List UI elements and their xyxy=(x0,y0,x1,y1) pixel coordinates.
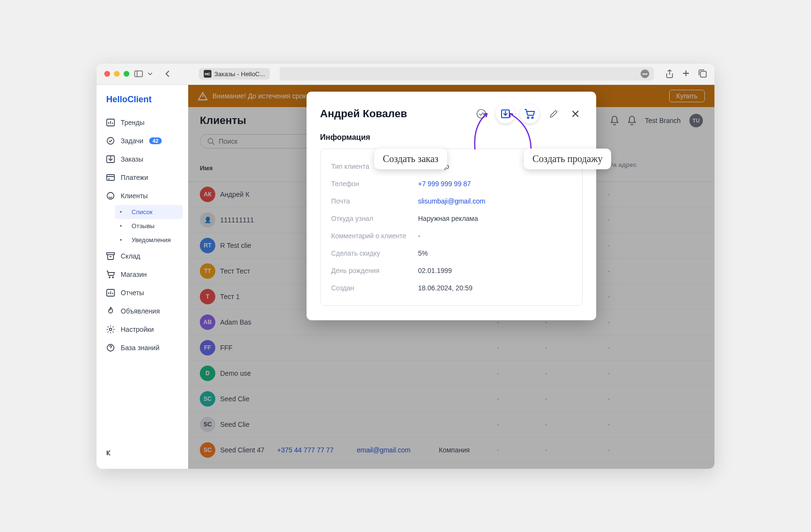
share-icon[interactable] xyxy=(666,69,673,78)
client-detail-modal: Андрей Ковалев xyxy=(307,92,596,320)
sidebar-item-label: Тренды xyxy=(121,119,144,126)
chart-icon xyxy=(106,288,115,297)
info-label: Откуда узнал xyxy=(331,215,418,222)
info-row: Создан18.06.2024, 20:59 xyxy=(331,279,572,297)
info-row: День рождения02.01.1999 xyxy=(331,262,572,279)
svg-point-21 xyxy=(532,117,533,118)
info-card: Тип клиентаФиз. лицоТелефон+7 999 999 99… xyxy=(320,149,583,306)
inbox-icon xyxy=(106,155,115,164)
info-row: Комментарий о клиенте- xyxy=(331,227,572,245)
approve-button[interactable] xyxy=(472,104,491,123)
create-order-tooltip: Создать заказ xyxy=(374,149,447,169)
sidebar-item-Магазин[interactable]: Магазин xyxy=(101,265,183,284)
svg-rect-6 xyxy=(107,175,114,180)
info-value[interactable]: +7 999 999 99 87 xyxy=(418,180,572,188)
modal-title: Андрей Ковалев xyxy=(320,108,407,120)
card-icon xyxy=(106,173,115,182)
info-value: 5% xyxy=(418,249,572,257)
sidebar-item-label: Настройки xyxy=(121,326,154,333)
info-label: Комментарий о клиенте xyxy=(331,232,418,240)
create-sale-button[interactable] xyxy=(520,104,539,123)
browser-tab[interactable]: HC Заказы - HelloC... xyxy=(199,68,270,80)
info-label: Телефон xyxy=(331,180,418,188)
sidebar-item-label: Заказы xyxy=(121,155,143,163)
sidebar-item-label: Задачи xyxy=(121,137,143,145)
sidebar-item-Клиенты[interactable]: Клиенты xyxy=(101,187,183,205)
sidebar-item-Платежи[interactable]: Платежи xyxy=(101,168,183,187)
sidebar-toggle-icon[interactable] xyxy=(134,70,143,77)
sidebar-subitem-Отзывы[interactable]: Отзывы xyxy=(115,219,183,233)
info-row: Почтаslisumbaji@gmail.com xyxy=(331,192,572,210)
svg-point-18 xyxy=(477,109,486,118)
minimize-window-icon[interactable] xyxy=(114,71,120,77)
favicon-icon: HC xyxy=(204,70,211,78)
sidebar-item-База знаний[interactable]: База знаний xyxy=(101,339,183,357)
edit-button[interactable] xyxy=(544,104,563,123)
help-icon xyxy=(106,343,115,352)
sidebar-item-Задачи[interactable]: Задачи42 xyxy=(101,132,183,150)
collapse-sidebar-button[interactable] xyxy=(101,445,183,461)
close-window-icon[interactable] xyxy=(104,71,110,77)
svg-point-9 xyxy=(109,277,110,278)
svg-rect-2 xyxy=(700,71,706,77)
brand-logo[interactable]: HelloClient xyxy=(101,93,183,113)
svg-point-10 xyxy=(112,277,113,278)
info-label: Создан xyxy=(331,284,418,292)
sidebar-item-Тренды[interactable]: Тренды xyxy=(101,113,183,132)
sidebar-subitem-Уведомления[interactable]: Уведомления xyxy=(115,233,183,247)
check-icon xyxy=(106,136,115,145)
sidebar-item-label: Платежи xyxy=(121,174,148,181)
sidebar-item-Отчеты[interactable]: Отчеты xyxy=(101,284,183,302)
archive-icon xyxy=(106,252,115,260)
info-label: Почта xyxy=(331,197,418,205)
svg-point-12 xyxy=(110,328,112,330)
chevron-down-icon[interactable] xyxy=(148,72,153,75)
main-area: Внимание! До истечения срока действия ли… xyxy=(188,85,714,469)
sidebar-item-label: Клиенты xyxy=(121,192,148,200)
url-bar[interactable]: ••• xyxy=(280,67,654,81)
sidebar-item-label: Объявления xyxy=(121,307,160,315)
tab-title: Заказы - HelloC... xyxy=(214,70,265,78)
create-order-button[interactable] xyxy=(496,104,515,123)
sidebar-item-label: Склад xyxy=(121,252,140,260)
info-row: Откуда узналНаружная реклама xyxy=(331,210,572,227)
cart-icon xyxy=(106,270,115,279)
sidebar-item-label: Магазин xyxy=(121,271,147,278)
sidebar-item-label: База знаний xyxy=(121,344,159,352)
maximize-window-icon[interactable] xyxy=(124,71,129,77)
sidebar-item-Объявления[interactable]: Объявления xyxy=(101,302,183,320)
svg-rect-8 xyxy=(107,253,114,255)
gear-icon xyxy=(106,325,115,334)
info-value: 02.01.1999 xyxy=(418,267,572,274)
tabs-icon[interactable] xyxy=(699,69,707,78)
close-modal-button[interactable] xyxy=(568,107,583,121)
info-row: Телефон+7 999 999 99 87 xyxy=(331,175,572,192)
info-value: Наружная реклама xyxy=(418,215,572,222)
sidebar-item-Заказы[interactable]: Заказы xyxy=(101,150,183,168)
browser-chrome: HC Заказы - HelloC... ••• xyxy=(97,64,714,85)
info-row: Сделать скидку5% xyxy=(331,245,572,262)
info-label: День рождения xyxy=(331,267,418,274)
bars-icon xyxy=(106,118,115,127)
sidebar-item-Склад[interactable]: Склад xyxy=(101,247,183,265)
svg-point-20 xyxy=(528,117,529,118)
sidebar: HelloClient ТрендыЗадачи42ЗаказыПлатежиК… xyxy=(97,85,188,469)
app: HelloClient ТрендыЗадачи42ЗаказыПлатежиК… xyxy=(97,85,714,469)
sidebar-item-label: Отчеты xyxy=(121,289,144,297)
url-menu-icon[interactable]: ••• xyxy=(641,69,649,78)
info-value: - xyxy=(418,232,572,240)
info-value: 18.06.2024, 20:59 xyxy=(418,284,572,292)
info-value[interactable]: slisumbaji@gmail.com xyxy=(418,197,572,205)
browser-window: HC Заказы - HelloC... ••• HelloClient Тр… xyxy=(97,64,714,469)
svg-rect-0 xyxy=(135,71,142,77)
create-sale-tooltip: Создать продажу xyxy=(524,149,611,169)
nav-badge: 42 xyxy=(149,137,162,144)
smile-icon xyxy=(106,191,115,200)
sidebar-subitem-Список[interactable]: Список xyxy=(115,205,183,219)
new-tab-icon[interactable] xyxy=(682,69,690,78)
back-icon[interactable] xyxy=(165,70,170,78)
info-section-title: Информация xyxy=(320,133,583,142)
info-label: Сделать скидку xyxy=(331,249,418,257)
sidebar-item-Настройки[interactable]: Настройки xyxy=(101,320,183,339)
fire-icon xyxy=(106,307,115,315)
